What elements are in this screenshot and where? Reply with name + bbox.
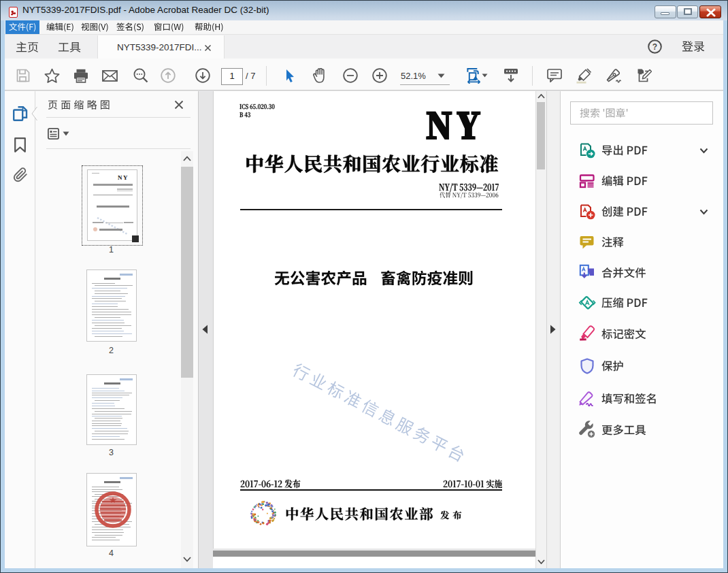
svg-text:?: ? [652,42,657,52]
